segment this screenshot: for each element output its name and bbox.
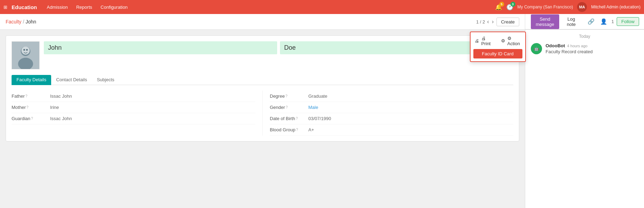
father-help-icon[interactable]: ? <box>26 94 28 98</box>
followers-count: 1 <box>611 19 614 24</box>
gender-help-icon[interactable]: ? <box>286 105 288 109</box>
followers-icon[interactable]: 👤 <box>599 17 609 26</box>
pagination: 1 / 2 ‹ › <box>476 19 494 25</box>
father-field-row: Father ? Issac John <box>12 91 255 102</box>
content-area: Faculty Details Contact Details Subjects… <box>0 30 525 208</box>
degree-help-icon[interactable]: ? <box>286 94 288 98</box>
odoobot-avatar: 🤖 <box>531 43 542 54</box>
tab-subjects[interactable]: Subjects <box>92 75 119 85</box>
tabs: Faculty Details Contact Details Subjects <box>12 75 513 85</box>
message-sender: OdooBot <box>546 43 565 48</box>
company-name: My Company (San Francisco) <box>518 5 573 9</box>
dob-value: 03/07/1990 <box>308 116 331 121</box>
breadcrumb-separator: / <box>23 19 24 25</box>
father-value: Issac John <box>50 93 72 99</box>
action-dropdown: 🖨 🖨 Print ⚙ ⚙ Action Faculty ID Card <box>470 32 526 62</box>
blood-group-field-row: Blood Group ? A+ <box>270 124 513 136</box>
degree-label: Degree ? <box>270 93 308 99</box>
breadcrumb-current: John <box>26 19 36 25</box>
first-name-input[interactable] <box>44 41 277 54</box>
message-toolbar: Send message Log note 🔗 👤 1 Follow <box>525 14 644 29</box>
link-icon[interactable]: 🔗 <box>586 17 596 26</box>
dob-field-row: Date of Birth ? 03/07/1990 <box>270 113 513 124</box>
svg-point-5 <box>26 49 28 51</box>
odoobot-icon: 🤖 <box>534 47 539 51</box>
app-name: Education <box>12 4 37 10</box>
message-item: 🤖 OdooBot 4 hours ago Faculty Record cre… <box>531 43 638 54</box>
log-note-button[interactable]: Log note <box>562 14 581 29</box>
chatter: Today 🤖 OdooBot 4 hours ago Faculty Reco… <box>525 30 644 208</box>
print-icon: 🖨 <box>475 38 479 43</box>
mother-help-icon[interactable]: ? <box>26 105 28 109</box>
nav-menu: Admission Reports Configuration <box>43 3 131 11</box>
pagination-text: 1 / 2 <box>476 19 485 25</box>
clock-icon[interactable]: 🕐 3 <box>506 4 513 11</box>
follow-button[interactable]: Follow <box>617 17 639 26</box>
gender-value: Male <box>308 105 318 110</box>
svg-point-3 <box>21 47 29 55</box>
nav-reports[interactable]: Reports <box>73 3 96 11</box>
main-toolbar: Faculty / John 🖨 🖨 Print ⚙ ⚙ Action Fac <box>0 14 525 29</box>
message-text: Faculty Record created <box>546 49 638 54</box>
navbar-right: 🔔 5 🕐 3 My Company (San Francisco) MA Mi… <box>495 2 640 12</box>
top-navbar: ⊞ Education Admission Reports Configurat… <box>0 0 644 14</box>
toolbar-actions: 🖨 🖨 Print ⚙ ⚙ Action Faculty ID Card 1 /… <box>476 18 519 26</box>
svg-point-4 <box>23 49 25 51</box>
faculty-photo[interactable] <box>12 41 40 69</box>
create-button[interactable]: Create <box>496 18 519 26</box>
gender-field-row: Gender ? Male <box>270 102 513 113</box>
breadcrumb-parent[interactable]: Faculty <box>6 19 21 25</box>
right-panel: Today 🤖 OdooBot 4 hours ago Faculty Reco… <box>525 30 644 208</box>
mother-value: Irine <box>50 105 59 110</box>
tab-contact-details[interactable]: Contact Details <box>51 75 92 85</box>
dob-help-icon[interactable]: ? <box>296 117 298 120</box>
send-message-button[interactable]: Send message <box>531 14 559 29</box>
main-layout: Faculty Details Contact Details Subjects… <box>0 30 644 208</box>
print-button[interactable]: 🖨 🖨 Print <box>473 35 494 47</box>
clock-badge: 3 <box>511 2 515 7</box>
blood-group-label: Blood Group ? <box>270 127 308 132</box>
faculty-header <box>12 41 513 69</box>
message-time: 4 hours ago <box>567 44 588 48</box>
nav-configuration[interactable]: Configuration <box>97 3 131 11</box>
bell-badge: 5 <box>499 2 504 7</box>
action-button[interactable]: ⚙ ⚙ Action <box>500 35 522 47</box>
guardian-value: Issac John <box>50 116 72 121</box>
degree-value: Graduate <box>308 93 327 99</box>
prev-page-button[interactable]: ‹ <box>486 19 489 25</box>
mother-field-row: Mother ? Irine <box>12 102 255 113</box>
guardian-field-row: Guardian ? Issac John <box>12 113 255 124</box>
today-label: Today <box>531 34 638 39</box>
gender-label: Gender ? <box>270 105 308 110</box>
nav-admission[interactable]: Admission <box>43 3 71 11</box>
gear-icon: ⚙ <box>501 38 505 43</box>
message-header: OdooBot 4 hours ago <box>546 43 638 48</box>
faculty-details-grid: Father ? Issac John Mother ? Irine <box>12 91 513 136</box>
grid-icon[interactable]: ⊞ <box>4 5 7 10</box>
faculty-form: Faculty Details Contact Details Subjects… <box>6 35 519 141</box>
father-label: Father ? <box>12 93 50 99</box>
bell-icon[interactable]: 🔔 5 <box>495 4 502 11</box>
guardian-help-icon[interactable]: ? <box>31 117 33 120</box>
details-right: Degree ? Graduate Gender ? Male <box>262 91 513 136</box>
user-name: Mitchell Admin (education) <box>591 5 640 9</box>
guardian-label: Guardian ? <box>12 116 50 121</box>
tab-faculty-details[interactable]: Faculty Details <box>12 75 51 85</box>
user-avatar[interactable]: MA <box>577 2 587 12</box>
faculty-id-card-button[interactable]: Faculty ID Card <box>473 49 522 58</box>
details-left: Father ? Issac John Mother ? Irine <box>12 91 262 136</box>
mother-label: Mother ? <box>12 105 50 110</box>
message-content: OdooBot 4 hours ago Faculty Record creat… <box>546 43 638 54</box>
avatar-image <box>12 41 39 69</box>
degree-field-row: Degree ? Graduate <box>270 91 513 102</box>
faculty-name-fields <box>44 41 513 54</box>
blood-group-value: A+ <box>308 127 314 132</box>
dob-label: Date of Birth ? <box>270 116 308 121</box>
blood-group-help-icon[interactable]: ? <box>296 128 298 132</box>
breadcrumb: Faculty / John <box>6 19 36 25</box>
next-page-button[interactable]: › <box>491 19 494 25</box>
